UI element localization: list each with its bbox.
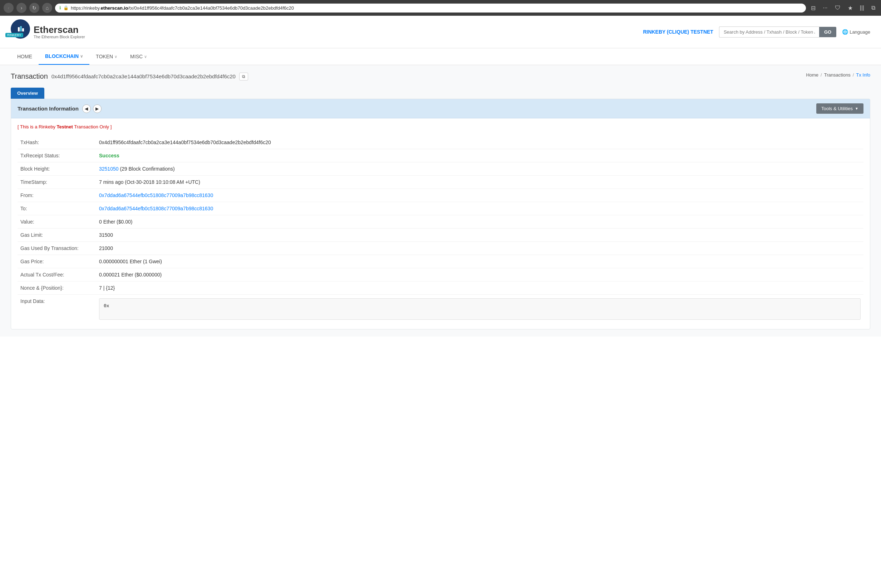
- title-row: Transaction 0x4d1ff956c4fdaafc7cb0a2ca3e…: [11, 72, 870, 81]
- table-row: Block Height: 3251050 (29 Block Confirma…: [18, 162, 863, 176]
- breadcrumb-home[interactable]: Home: [806, 72, 818, 78]
- actual-cost-value: 0.000021 Ether ($0.000000): [96, 268, 863, 282]
- block-label: Block Height:: [18, 162, 96, 176]
- breadcrumb: Home / Transactions / Tx Info: [806, 72, 870, 78]
- to-address-link[interactable]: 0x7ddad6a67544efb0c51808c77009a7b98cc816…: [99, 206, 213, 212]
- logo-text: Etherscan The Ethereum Block Explorer: [34, 25, 85, 39]
- breadcrumb-sep-1: /: [821, 72, 822, 78]
- notice-suffix: Transaction Only ]: [73, 124, 112, 129]
- nonce-label: Nonce & {Position}:: [18, 282, 96, 295]
- more-button[interactable]: ···: [821, 4, 830, 12]
- value-value: 0 Ether ($0.00): [96, 215, 863, 228]
- transaction-label: Transaction: [11, 72, 48, 81]
- shield-icon[interactable]: 🛡: [833, 4, 843, 12]
- misc-chevron: ∨: [144, 54, 147, 59]
- from-value: 0x7ddad6a67544efb0c51808c77009a7b98cc816…: [96, 189, 863, 202]
- from-label: From:: [18, 189, 96, 202]
- nav-arrows: ◀ ▶: [82, 105, 102, 113]
- receipt-value: Success: [96, 149, 863, 162]
- svg-rect-2: [20, 26, 22, 32]
- lock-icon: 🔒: [63, 5, 69, 10]
- bar-icon: |||: [858, 4, 866, 12]
- nav-blockchain[interactable]: BLOCKCHAIN ∨: [39, 48, 89, 65]
- breadcrumb-current: Tx Info: [856, 72, 870, 78]
- site-header: RINKEBY Etherscan The Ethereum Block Exp…: [0, 16, 881, 48]
- table-row: Gas Price: 0.000000001 Ether (1 Gwei): [18, 255, 863, 268]
- language-button[interactable]: 🌐 Language: [842, 29, 870, 35]
- gas-limit-value: 31500: [96, 228, 863, 242]
- forward-button[interactable]: ›: [16, 3, 27, 13]
- tab-icon[interactable]: ⊟: [809, 4, 818, 12]
- table-row: Gas Limit: 31500: [18, 228, 863, 242]
- from-address-link[interactable]: 0x7ddad6a67544efb0c51808c77009a7b98cc816…: [99, 192, 213, 198]
- input-data-label: Input Data:: [18, 295, 96, 324]
- block-value: 3251050 (29 Block Confirmations): [96, 162, 863, 176]
- search-input[interactable]: [719, 27, 819, 38]
- nav-token[interactable]: TOKEN ∨: [89, 49, 124, 64]
- card-title-area: Transaction Information ◀ ▶: [18, 105, 102, 113]
- gas-limit-label: Gas Limit:: [18, 228, 96, 242]
- back-button[interactable]: ‹: [4, 3, 13, 13]
- card-header: Transaction Information ◀ ▶ Tools & Util…: [11, 99, 870, 118]
- info-icon: ℹ: [59, 5, 61, 10]
- prev-tx-button[interactable]: ◀: [82, 105, 91, 113]
- notice-prefix: [ This is a Rinkeby: [18, 124, 57, 129]
- table-row: Input Data: 0x: [18, 295, 863, 324]
- timestamp-label: TimeStamp:: [18, 176, 96, 189]
- tools-label: Tools & Utilities: [821, 106, 853, 111]
- to-value: 0x7ddad6a67544efb0c51808c77009a7b98cc816…: [96, 202, 863, 215]
- value-label: Value:: [18, 215, 96, 228]
- input-data-box[interactable]: 0x: [99, 298, 861, 320]
- table-row: TxHash: 0x4d1ff956c4fdaafc7cb0a2ca3e144a…: [18, 136, 863, 149]
- globe-icon: 🌐: [842, 29, 848, 35]
- gas-price-value: 0.000000001 Ether (1 Gwei): [96, 255, 863, 268]
- to-label: To:: [18, 202, 96, 215]
- nav-home[interactable]: HOME: [11, 49, 39, 64]
- logo-name: Etherscan: [34, 25, 85, 35]
- tools-utilities-button[interactable]: Tools & Utilities ▼: [816, 104, 863, 114]
- search-button[interactable]: GO: [819, 27, 836, 37]
- overview-tab[interactable]: Overview: [11, 88, 44, 99]
- nav-bar: HOME BLOCKCHAIN ∨ TOKEN ∨ MISC ∨: [0, 48, 881, 65]
- breadcrumb-transactions[interactable]: Transactions: [824, 72, 851, 78]
- svg-rect-3: [22, 28, 24, 32]
- breadcrumb-sep-2: /: [853, 72, 854, 78]
- block-confirmations: (29 Block Confirmations): [120, 166, 174, 172]
- tx-fields-table: TxHash: 0x4d1ff956c4fdaafc7cb0a2ca3e144a…: [18, 136, 863, 323]
- tx-hash-display: 0x4d1ff956c4fdaafc7cb0a2ca3e144a0bf7534e…: [51, 74, 236, 80]
- table-row: Actual Tx Cost/Fee: 0.000021 Ether ($0.0…: [18, 268, 863, 282]
- transaction-card: Transaction Information ◀ ▶ Tools & Util…: [11, 99, 870, 329]
- table-row: Gas Used By Transaction: 21000: [18, 242, 863, 255]
- url-display: https://rinkeby.etherscan.io/tx/0x4d1ff9…: [71, 5, 802, 11]
- split-button[interactable]: ⧉: [869, 4, 877, 12]
- address-bar[interactable]: ℹ 🔒 https://rinkeby.etherscan.io/tx/0x4d…: [55, 4, 806, 12]
- svg-rect-1: [18, 27, 19, 32]
- gas-used-value: 21000: [96, 242, 863, 255]
- home-button[interactable]: ⌂: [42, 3, 52, 13]
- language-label: Language: [850, 29, 870, 35]
- rinkeby-badge: RINKEBY: [5, 33, 23, 37]
- receipt-label: TxReceipt Status:: [18, 149, 96, 162]
- receipt-status: Success: [99, 153, 120, 159]
- table-row: Nonce & {Position}: 7 | {12}: [18, 282, 863, 295]
- copy-hash-button[interactable]: ⧉: [239, 73, 248, 81]
- table-row: Value: 0 Ether ($0.00): [18, 215, 863, 228]
- table-row: From: 0x7ddad6a67544efb0c51808c77009a7b9…: [18, 189, 863, 202]
- next-tx-button[interactable]: ▶: [93, 105, 102, 113]
- nav-misc[interactable]: MISC ∨: [124, 49, 153, 64]
- refresh-button[interactable]: ↻: [29, 3, 39, 13]
- actual-cost-label: Actual Tx Cost/Fee:: [18, 268, 96, 282]
- logo-container: RINKEBY: [11, 20, 30, 44]
- table-row: TimeStamp: 7 mins ago (Oct-30-2018 10:10…: [18, 176, 863, 189]
- block-number-link[interactable]: 3251050: [99, 166, 119, 172]
- star-icon[interactable]: ★: [846, 4, 855, 12]
- testnet-word: Testnet: [57, 124, 73, 129]
- table-row: To: 0x7ddad6a67544efb0c51808c77009a7b98c…: [18, 202, 863, 215]
- tools-chevron-icon: ▼: [855, 106, 859, 111]
- timestamp-value: 7 mins ago (Oct-30-2018 10:10:08 AM +UTC…: [96, 176, 863, 189]
- testnet-label: RINKEBY (CLIQUE) TESTNET: [643, 29, 713, 35]
- page-title: Transaction 0x4d1ff956c4fdaafc7cb0a2ca3e…: [11, 72, 248, 81]
- card-title: Transaction Information: [18, 105, 79, 112]
- card-body: [ This is a Rinkeby Testnet Transaction …: [11, 118, 870, 329]
- browser-chrome: ‹ › ↻ ⌂ ℹ 🔒 https://rinkeby.etherscan.io…: [0, 0, 881, 16]
